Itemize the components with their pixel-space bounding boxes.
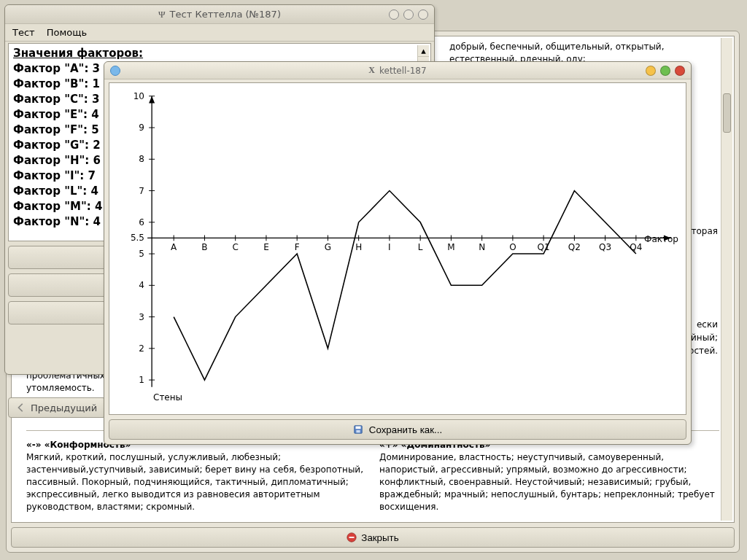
x-tick-label: O [509,242,516,252]
x-tick-label: F [295,242,300,252]
x-tick-label: Q4 [630,242,642,252]
arrow-left-icon [16,402,26,413]
close-button-label: Закрыть [361,532,398,543]
y-tick-label: 5.5 [127,233,144,243]
stop-icon [347,532,357,542]
y-axis-label: Стены [153,392,182,402]
x-tick-label: E [263,242,269,252]
y-tick-label: 3 [127,312,144,322]
previous-button-label: Предыдущий [31,402,97,413]
x-tick-label: Q3 [599,242,611,252]
close-button[interactable]: Закрыть [11,527,735,548]
x-tick-label: C [232,242,238,252]
x-tick-label: M [447,242,454,252]
x-tick-label: G [325,242,331,252]
svg-rect-33 [356,430,360,433]
y-tick-label: 4 [127,280,144,290]
conformity-body: Мягкий, кроткий, послушный, услужливый, … [26,452,363,512]
main-title: Ψ Тест Кеттелла (№187) [5,9,434,20]
y-tick-label: 8 [127,154,144,164]
dominance-column: «+» «Доминантность» Доминирование, власт… [379,439,719,513]
x-tick-label: Q2 [568,242,581,252]
chart-title: X kettell-187 [104,65,691,76]
y-tick-label: 5 [127,249,144,259]
window-close[interactable] [675,66,685,76]
main-titlebar[interactable]: Ψ Тест Кеттелла (№187) [5,5,434,24]
chart-canvas: Фактор Стены 123455.5678910ABCEFGHILMNOQ… [109,82,686,415]
save-icon [353,424,363,435]
window-minimize[interactable] [389,9,399,20]
window-maximize[interactable] [403,9,414,20]
chart-titlebar[interactable]: X kettell-187 [104,62,691,79]
y-tick-label: 10 [127,91,144,101]
y-tick-label: 6 [127,217,144,228]
conformity-column: «-» «Конформность» Мягкий, кроткий, посл… [26,439,366,513]
factor-heading: Значения факторов: [9,44,430,61]
x-tick-label: L [418,242,423,252]
scroll-up-icon[interactable]: ▴ [418,45,429,57]
main-menubar: Тест Помощь [5,24,434,42]
x-tick-label: N [479,242,485,252]
save-as-button-label: Сохранить как... [369,424,442,435]
menu-test[interactable]: Тест [12,27,35,38]
x-icon: X [368,65,375,76]
chart-window: X kettell-187 Фактор Стены 123455.567891… [104,61,692,445]
save-bar: Сохранить как... [109,419,686,440]
svg-rect-1 [349,537,355,538]
results-scrollbar[interactable] [721,38,732,521]
y-tick-label: 9 [127,122,144,133]
y-tick-label: 7 [127,186,144,196]
x-tick-label: H [355,242,362,252]
scrollbar-knob[interactable] [723,93,731,133]
close-bar: Закрыть [11,527,735,548]
previous-button[interactable]: Предыдущий [8,397,106,418]
menu-help[interactable]: Помощь [47,27,87,38]
x-tick-label: B [201,242,207,252]
psi-icon: Ψ [158,9,166,20]
factor-description-columns: «-» «Конформность» Мягкий, кроткий, посл… [26,439,719,513]
x-tick-label: I [388,242,391,252]
x-axis-label: Фактор [644,234,678,244]
window-close[interactable] [418,9,428,20]
window-minimize[interactable] [646,66,656,76]
y-tick-label: 1 [127,375,144,385]
save-as-button[interactable]: Сохранить как... [109,419,686,440]
y-tick-label: 2 [127,343,144,354]
window-maximize[interactable] [660,66,670,76]
x-tick-label: A [171,242,177,252]
dominance-body: Доминирование, властность; неуступчивый,… [379,452,715,512]
x-tick-label: Q1 [538,242,550,252]
svg-rect-32 [355,427,360,429]
